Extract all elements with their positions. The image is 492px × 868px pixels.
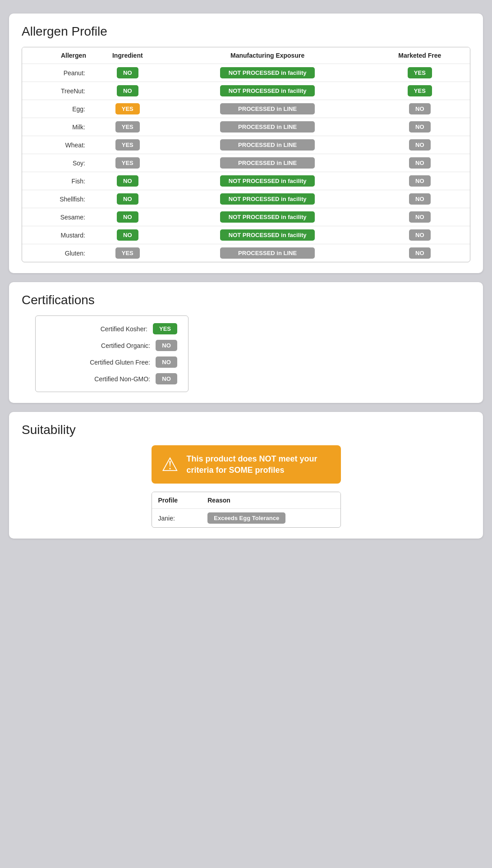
allergen-exposure: NOT PROCESSED in facility: [166, 172, 370, 190]
allergen-row: Mustard:NONOT PROCESSED in facilityNO: [22, 226, 470, 244]
allergen-marketed: YES: [370, 82, 470, 100]
allergen-table-wrapper: Allergen Ingredient Manufacturing Exposu…: [22, 47, 470, 262]
allergen-name: Egg:: [22, 100, 90, 118]
cert-row: Certified Organic:NO: [46, 340, 177, 351]
allergen-ingredient: YES: [90, 100, 166, 118]
allergen-row: Egg:YESPROCESSED in LINENO: [22, 100, 470, 118]
allergen-ingredient: YES: [90, 136, 166, 154]
col-allergen: Allergen: [22, 47, 90, 64]
cert-label: Certified Kosher:: [46, 325, 147, 333]
profile-col-profile: Profile: [152, 492, 202, 509]
allergen-profile-card: Allergen Profile Allergen Ingredient Man…: [9, 14, 483, 273]
allergen-ingredient: NO: [90, 226, 166, 244]
allergen-row: Gluten:YESPROCESSED in LINENO: [22, 244, 470, 262]
allergen-name: Milk:: [22, 118, 90, 136]
allergen-name: Gluten:: [22, 244, 90, 262]
col-exposure: Manufacturing Exposure: [166, 47, 370, 64]
allergen-marketed: NO: [370, 118, 470, 136]
profile-name: Janie:: [152, 509, 202, 528]
allergen-marketed: NO: [370, 190, 470, 208]
cert-badge: YES: [153, 323, 177, 334]
allergen-table: Allergen Ingredient Manufacturing Exposu…: [22, 47, 470, 262]
profile-table-wrapper: Profile Reason Janie:Exceeds Egg Toleran…: [152, 492, 341, 528]
profile-reason: Exceeds Egg Tolerance: [201, 509, 340, 528]
allergen-row: Soy:YESPROCESSED in LINENO: [22, 154, 470, 172]
allergen-ingredient: NO: [90, 172, 166, 190]
cert-badge: NO: [156, 373, 177, 384]
allergen-row: Shellfish:NONOT PROCESSED in facilityNO: [22, 190, 470, 208]
allergen-exposure: PROCESSED in LINE: [166, 118, 370, 136]
allergen-ingredient: NO: [90, 82, 166, 100]
certifications-card: Certifications Certified Kosher:YESCerti…: [9, 282, 483, 403]
certifications-title: Certifications: [22, 293, 470, 307]
allergen-row: Sesame:NONOT PROCESSED in facilityNO: [22, 208, 470, 226]
allergen-name: Soy:: [22, 154, 90, 172]
certifications-box: Certified Kosher:YESCertified Organic:NO…: [35, 315, 189, 392]
suitability-card: Suitability ⚠ This product does NOT meet…: [9, 412, 483, 539]
allergen-ingredient: NO: [90, 64, 166, 82]
allergen-marketed: NO: [370, 154, 470, 172]
allergen-exposure: NOT PROCESSED in facility: [166, 226, 370, 244]
allergen-marketed: NO: [370, 172, 470, 190]
cert-row: Certified Gluten Free:NO: [46, 356, 177, 368]
col-ingredient: Ingredient: [90, 47, 166, 64]
allergen-row: Wheat:YESPROCESSED in LINENO: [22, 136, 470, 154]
allergen-marketed: NO: [370, 136, 470, 154]
allergen-name: Mustard:: [22, 226, 90, 244]
allergen-exposure: NOT PROCESSED in facility: [166, 190, 370, 208]
col-marketed: Marketed Free: [370, 47, 470, 64]
allergen-name: TreeNut:: [22, 82, 90, 100]
allergen-row: Milk:YESPROCESSED in LINENO: [22, 118, 470, 136]
warning-icon: ⚠: [161, 453, 179, 475]
suitability-warning-banner: ⚠ This product does NOT meet your criter…: [152, 445, 341, 484]
cert-label: Certified Non-GMO:: [46, 375, 150, 383]
allergen-profile-title: Allergen Profile: [22, 24, 470, 39]
allergen-exposure: NOT PROCESSED in facility: [166, 208, 370, 226]
allergen-row: TreeNut:NONOT PROCESSED in facilityYES: [22, 82, 470, 100]
allergen-name: Shellfish:: [22, 190, 90, 208]
cert-row: Certified Kosher:YES: [46, 323, 177, 334]
allergen-ingredient: YES: [90, 118, 166, 136]
allergen-exposure: NOT PROCESSED in facility: [166, 64, 370, 82]
cert-row: Certified Non-GMO:NO: [46, 373, 177, 384]
allergen-exposure: PROCESSED in LINE: [166, 244, 370, 262]
allergen-name: Peanut:: [22, 64, 90, 82]
allergen-ingredient: YES: [90, 244, 166, 262]
profile-row: Janie:Exceeds Egg Tolerance: [152, 509, 340, 528]
profile-col-reason: Reason: [201, 492, 340, 509]
allergen-ingredient: NO: [90, 190, 166, 208]
allergen-marketed: NO: [370, 208, 470, 226]
allergen-name: Sesame:: [22, 208, 90, 226]
cert-badge: NO: [156, 340, 177, 351]
allergen-exposure: NOT PROCESSED in facility: [166, 82, 370, 100]
allergen-ingredient: YES: [90, 154, 166, 172]
allergen-ingredient: NO: [90, 208, 166, 226]
allergen-marketed: NO: [370, 226, 470, 244]
allergen-row: Fish:NONOT PROCESSED in facilityNO: [22, 172, 470, 190]
allergen-marketed: YES: [370, 64, 470, 82]
allergen-exposure: PROCESSED in LINE: [166, 100, 370, 118]
allergen-marketed: NO: [370, 100, 470, 118]
allergen-marketed: NO: [370, 244, 470, 262]
profile-table: Profile Reason Janie:Exceeds Egg Toleran…: [152, 492, 340, 527]
allergen-exposure: PROCESSED in LINE: [166, 154, 370, 172]
allergen-row: Peanut:NONOT PROCESSED in facilityYES: [22, 64, 470, 82]
suitability-warning-text: This product does NOT meet your criteria…: [187, 453, 331, 475]
allergen-exposure: PROCESSED in LINE: [166, 136, 370, 154]
allergen-name: Fish:: [22, 172, 90, 190]
allergen-name: Wheat:: [22, 136, 90, 154]
suitability-title: Suitability: [22, 423, 470, 437]
cert-label: Certified Organic:: [46, 342, 150, 349]
cert-label: Certified Gluten Free:: [46, 359, 150, 366]
cert-badge: NO: [156, 356, 177, 368]
